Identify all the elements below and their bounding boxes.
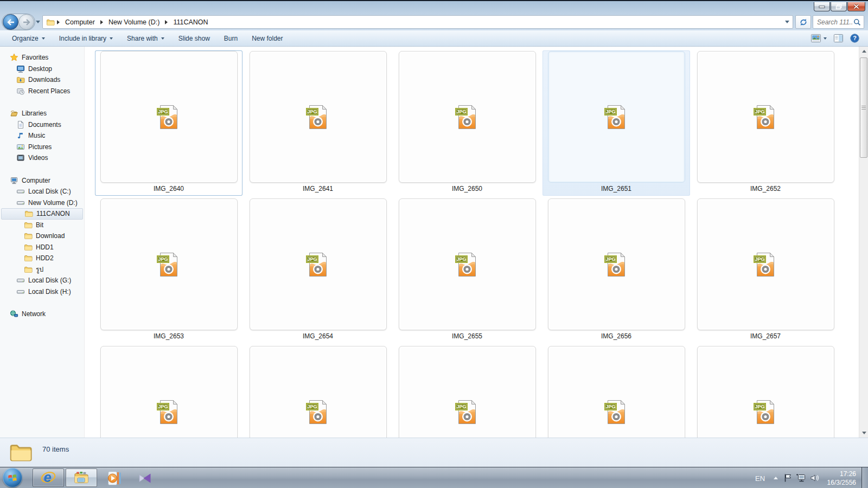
- sidebar-item-thai-folder[interactable]: รูป: [1, 264, 83, 275]
- views-button[interactable]: [811, 34, 827, 42]
- organize-button[interactable]: Organize: [7, 33, 50, 44]
- file-name: IMG_2656: [542, 332, 690, 341]
- file-tile[interactable]: JPG IMG_2651: [542, 50, 690, 196]
- forward-button[interactable]: [18, 14, 34, 30]
- chevron-down-icon: [110, 37, 113, 40]
- network-tray-icon[interactable]: [796, 473, 807, 483]
- breadcrumb-item-folder[interactable]: 111CANON: [170, 17, 211, 27]
- sidebar-item-computer[interactable]: Computer: [1, 175, 83, 187]
- address-dropdown-chevron-icon[interactable]: [785, 21, 789, 23]
- breadcrumb-item-drive[interactable]: New Volume (D:): [105, 17, 163, 27]
- include-in-library-button[interactable]: Include in library: [54, 33, 118, 44]
- scrollbar-thumb[interactable]: [860, 57, 867, 158]
- jpg-badge: JPG: [158, 404, 168, 409]
- folder-icon: [24, 265, 33, 274]
- file-tile[interactable]: JPG: [244, 345, 392, 438]
- sidebar-item-label: 111CANON: [36, 210, 70, 217]
- jpg-badge: JPG: [307, 109, 317, 114]
- burn-button[interactable]: Burn: [219, 33, 243, 44]
- close-button[interactable]: [847, 2, 865, 11]
- recent-pages-chevron-icon[interactable]: [36, 21, 40, 23]
- scroll-up-button[interactable]: [859, 47, 868, 56]
- sidebar-item-local-disk-c[interactable]: Local Disk (C:): [1, 186, 83, 197]
- sidebar-item-local-disk-g[interactable]: Local Disk (G:): [1, 275, 83, 286]
- sidebar-item-network[interactable]: Network: [1, 309, 83, 320]
- search-icon[interactable]: [853, 18, 861, 26]
- file-tile[interactable]: JPG IMG_2655: [393, 198, 541, 343]
- file-tile[interactable]: JPG: [692, 345, 839, 438]
- title-bar[interactable]: Computer New Volume (D:) 111CANON: [0, 0, 868, 30]
- search-input[interactable]: [816, 18, 853, 27]
- back-button[interactable]: [3, 14, 18, 30]
- language-indicator[interactable]: EN: [755, 474, 765, 483]
- sidebar-item-downloads[interactable]: Downloads: [1, 74, 83, 86]
- refresh-button[interactable]: [795, 15, 811, 29]
- share-with-button[interactable]: Share with: [122, 33, 170, 44]
- internet-explorer-icon: e: [40, 470, 56, 486]
- ie-glyph: e: [44, 470, 52, 485]
- address-bar[interactable]: Computer New Volume (D:) 111CANON: [42, 15, 793, 29]
- slide-show-label: Slide show: [178, 35, 210, 42]
- taskbar-explorer-button[interactable]: [66, 468, 97, 487]
- sidebar-item-pictures[interactable]: Pictures: [1, 142, 83, 153]
- sidebar-item-local-disk-h[interactable]: Local Disk (H:): [1, 286, 83, 298]
- jpg-badge: JPG: [755, 404, 764, 409]
- breadcrumb-item-computer[interactable]: Computer: [62, 17, 98, 27]
- volume-tray-icon[interactable]: [810, 473, 819, 483]
- taskbar-wmp-button[interactable]: [106, 470, 123, 486]
- tray-expand-chevron-icon[interactable]: [774, 477, 778, 479]
- file-tile[interactable]: JPG IMG_2641: [244, 50, 392, 196]
- sidebar-item-label: Videos: [28, 154, 48, 162]
- sidebar-item-music[interactable]: Music: [1, 130, 83, 142]
- file-name: IMG_2653: [95, 332, 242, 341]
- libraries-icon: [10, 109, 18, 118]
- file-tile[interactable]: JPG: [393, 345, 541, 438]
- action-center-flag-icon[interactable]: [783, 473, 793, 483]
- vertical-scrollbar[interactable]: [859, 47, 868, 438]
- help-icon[interactable]: ?: [850, 34, 859, 43]
- scroll-down-button[interactable]: [859, 428, 868, 438]
- sidebar-item-new-volume-d[interactable]: New Volume (D:): [1, 197, 83, 209]
- new-folder-button[interactable]: New folder: [246, 33, 288, 44]
- sidebar-item-bit[interactable]: Bit: [1, 220, 83, 231]
- show-desktop-button[interactable]: [861, 467, 868, 488]
- sidebar-item-libraries[interactable]: Libraries: [1, 108, 83, 119]
- file-tile[interactable]: JPG IMG_2653: [95, 198, 242, 343]
- sidebar-item-documents[interactable]: Documents: [1, 119, 83, 131]
- file-thumbnail: JPG: [399, 198, 536, 330]
- document-icon: [16, 120, 25, 129]
- file-tile[interactable]: JPG: [95, 345, 242, 438]
- star-icon: [10, 53, 18, 62]
- sidebar-item-hdd2[interactable]: HDD2: [1, 253, 83, 264]
- slide-show-button[interactable]: Slide show: [173, 33, 215, 44]
- sidebar-item-download[interactable]: Download: [1, 230, 83, 242]
- folder-icon: [24, 254, 33, 262]
- file-thumbnail: JPG: [399, 51, 536, 183]
- file-tile[interactable]: JPG IMG_2640: [95, 50, 242, 196]
- file-tile[interactable]: JPG IMG_2652: [692, 50, 839, 196]
- sidebar-item-favorites[interactable]: Favorites: [1, 52, 83, 63]
- close-icon: [853, 4, 860, 9]
- file-tile[interactable]: JPG IMG_2657: [692, 198, 839, 343]
- taskbar-kmplayer-button[interactable]: [137, 470, 153, 486]
- taskbar-clock[interactable]: 17:26 16/3/2556: [821, 470, 856, 487]
- sidebar-item-videos[interactable]: Videos: [1, 152, 83, 164]
- sidebar-item-recent-places[interactable]: Recent Places: [1, 86, 83, 97]
- jpg-file-icon: JPG: [156, 104, 181, 130]
- chevron-down-icon: [42, 37, 45, 40]
- preview-pane-button[interactable]: [834, 34, 843, 42]
- file-tile[interactable]: JPG IMG_2650: [393, 50, 541, 196]
- start-button[interactable]: [3, 468, 22, 487]
- folder-icon: [24, 232, 33, 240]
- taskbar-ie-button[interactable]: e: [33, 468, 64, 487]
- sidebar-item-111canon[interactable]: 111CANON: [1, 208, 83, 220]
- file-tile[interactable]: JPG IMG_2654: [244, 198, 392, 343]
- restore-button[interactable]: [831, 2, 847, 11]
- jpg-file-icon: JPG: [156, 252, 181, 278]
- minimize-button[interactable]: [814, 2, 830, 11]
- sidebar-item-hdd1[interactable]: HDD1: [1, 242, 83, 253]
- file-tile[interactable]: JPG: [542, 345, 690, 438]
- sidebar-item-desktop[interactable]: Desktop: [1, 63, 83, 75]
- file-tile[interactable]: JPG IMG_2656: [542, 198, 690, 343]
- jpg-badge: JPG: [605, 404, 615, 409]
